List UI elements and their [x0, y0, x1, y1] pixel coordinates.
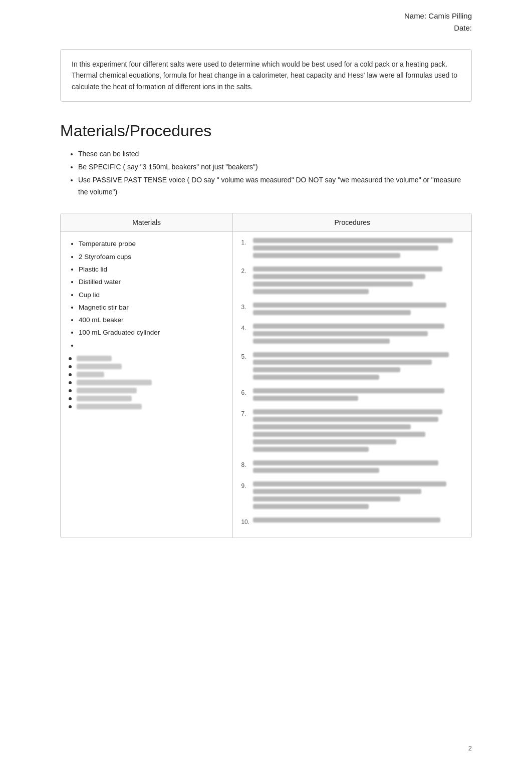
- page-number: 2: [468, 744, 472, 752]
- abstract-text: In this experiment four different salts …: [72, 59, 460, 92]
- instruction-item-3: Use PASSIVE PAST TENSE voice ( DO say " …: [78, 174, 472, 198]
- blurred-material-6: [69, 396, 224, 401]
- procedure-item-10: 10.: [241, 517, 463, 526]
- blurred-materials: [69, 356, 224, 409]
- procedures-column: 1. 2. 3.: [233, 232, 471, 538]
- procedures-column-header: Procedures: [233, 213, 471, 231]
- blurred-material-2: [69, 364, 224, 369]
- procedure-item-4: 4.: [241, 324, 463, 346]
- procedure-item-2: 2.: [241, 267, 463, 297]
- abstract-box: In this experiment four different salts …: [60, 49, 472, 102]
- procedure-item-6: 6.: [241, 388, 463, 403]
- instructions-list: These can be listed Be SPECIFIC ( say "3…: [60, 148, 472, 198]
- instruction-item-1: These can be listed: [78, 148, 472, 160]
- material-empty: [79, 340, 224, 352]
- materials-list: Temperature probe 2 Styrofoam cups Plast…: [69, 238, 224, 352]
- material-cup-lid: Cup lid: [79, 289, 224, 301]
- material-styrofoam-cups: 2 Styrofoam cups: [79, 251, 224, 263]
- material-plastic-lid: Plastic lid: [79, 264, 224, 276]
- procedure-item-3: 3.: [241, 303, 463, 318]
- materials-procedures-table: Materials Procedures Temperature probe 2…: [60, 213, 472, 538]
- material-distilled-water: Distilled water: [79, 276, 224, 288]
- blurred-material-7: [69, 404, 224, 409]
- procedure-item-5: 5.: [241, 352, 463, 382]
- material-temperature-probe: Temperature probe: [79, 238, 224, 250]
- procedure-item-9: 9.: [241, 481, 463, 511]
- material-graduated-cylinder: 100 mL Graduated cylinder: [79, 327, 224, 339]
- page-header: Name: Camis Pilling Date:: [60, 10, 472, 34]
- blurred-material-5: [69, 388, 224, 393]
- procedure-item-1: 1.: [241, 238, 463, 260]
- material-magnetic-stir-bar: Magnetic stir bar: [79, 302, 224, 314]
- blurred-material-1: [69, 356, 224, 361]
- materials-column: Temperature probe 2 Styrofoam cups Plast…: [61, 232, 233, 538]
- blurred-material-3: [69, 372, 224, 377]
- procedure-item-7: 7.: [241, 409, 463, 454]
- materials-column-header: Materials: [61, 213, 233, 231]
- table-body: Temperature probe 2 Styrofoam cups Plast…: [61, 232, 471, 538]
- author-name: Name: Camis Pilling: [60, 10, 472, 22]
- section-title: Materials/Procedures: [60, 122, 472, 140]
- procedure-item-8: 8.: [241, 460, 463, 475]
- instruction-item-2: Be SPECIFIC ( say "3 150mL beakers" not …: [78, 161, 472, 173]
- table-header: Materials Procedures: [61, 213, 471, 232]
- date-label: Date:: [60, 22, 472, 34]
- blurred-material-4: [69, 380, 224, 385]
- material-beaker: 400 mL beaker: [79, 314, 224, 326]
